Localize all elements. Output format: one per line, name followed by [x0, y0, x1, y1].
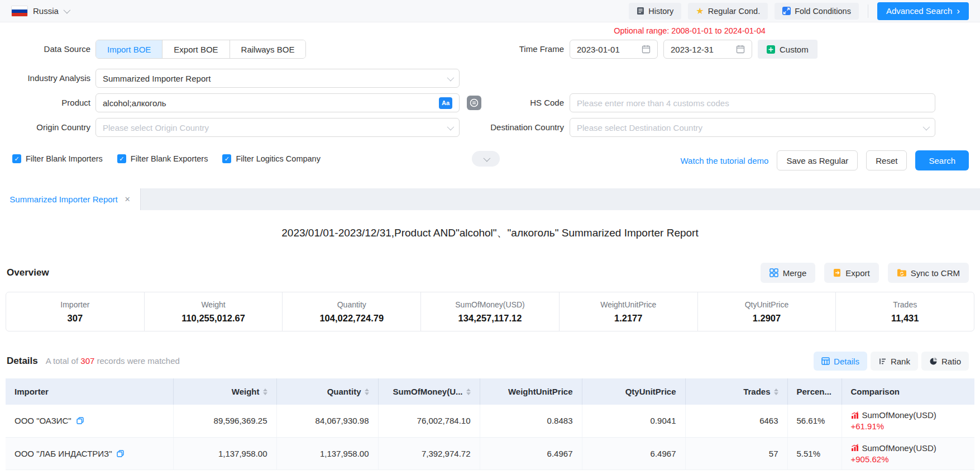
details-summary: Details A total of 307 records were matc… [7, 356, 180, 367]
industry-analysis-label: Industry Analysis [0, 69, 90, 88]
trend-chart-icon [851, 444, 859, 452]
col-comparison[interactable]: Comparison [842, 378, 974, 405]
product-label: Product [0, 93, 90, 112]
history-button[interactable]: History [629, 3, 681, 20]
tutorial-demo-link[interactable]: Watch the tutorial demo [681, 156, 769, 165]
data-source-label: Data Source [0, 40, 90, 59]
origin-country-label: Origin Country [0, 118, 90, 137]
calendar-icon [642, 45, 651, 54]
stat-quantity: Quantity 104,022,724.79 [283, 292, 421, 331]
chevron-right-icon: › [957, 6, 960, 16]
checkbox-checked-icon: ✓ [117, 154, 126, 163]
star-icon: ★ [696, 7, 704, 16]
col-quantity[interactable]: Quantity [276, 378, 378, 405]
filter-blank-importers-checkbox[interactable]: ✓ Filter Blank Importers [12, 154, 103, 163]
search-button[interactable]: Search [915, 150, 969, 170]
view-details-button[interactable]: Details [814, 352, 867, 371]
result-tabstrip: Summarized Importer Report ✕ [0, 188, 980, 210]
save-as-regular-button[interactable]: Save as Regular [777, 150, 858, 170]
col-qty-unit-price[interactable]: QtyUnitPrice [582, 378, 685, 405]
sort-icon[interactable] [466, 388, 471, 395]
industry-analysis-select[interactable]: Summarized Importer Report [95, 69, 460, 88]
trend-chart-icon [851, 411, 859, 419]
table-header-row: Importer Weight Quantity SumOfMoney(U...… [6, 378, 974, 405]
copy-icon[interactable] [77, 417, 84, 424]
tab-import-boe[interactable]: Import BOE [96, 40, 162, 58]
record-count: 307 [80, 356, 94, 366]
overview-header: Overview Merge Export Sync to CRM [0, 263, 980, 283]
rank-list-icon [878, 357, 887, 366]
regular-cond-button[interactable]: ★ Regular Cond. [688, 3, 768, 20]
origin-country-select[interactable]: Please select Origin Country [95, 118, 460, 137]
col-weight-unit-price[interactable]: WeightUnitPrice [480, 378, 582, 405]
fold-conditions-button[interactable]: Fold Conditions [775, 3, 859, 20]
view-rank-button[interactable]: Rank [871, 352, 918, 371]
view-ratio-button[interactable]: Ratio [921, 352, 969, 371]
search-form: Optional range: 2008-01-01 to 2024-01-04… [0, 22, 980, 188]
table-icon [821, 357, 830, 365]
export-icon [833, 268, 841, 277]
importer-name-link[interactable]: ООО "ЛАБ ИНДАСТРИЗ" [15, 449, 112, 458]
stat-weight: Weight 110,255,012.67 [145, 292, 283, 331]
sort-icon[interactable] [263, 388, 267, 395]
start-date-input[interactable]: 2023-01-01 [570, 40, 658, 59]
overview-actions: Merge Export Sync to CRM [761, 263, 969, 283]
country-name: Russia [33, 6, 59, 16]
export-button[interactable]: Export [824, 263, 878, 283]
close-icon[interactable]: ✕ [125, 195, 131, 203]
optional-range-hint: Optional range: 2008-01-01 to 2024-01-04 [570, 26, 810, 35]
chevron-down-icon [483, 154, 490, 162]
tab-summarized-importer-report[interactable]: Summarized Importer Report ✕ [0, 188, 141, 210]
comparison-cell: SumOfMoney(USD) +61.91% [851, 410, 966, 431]
col-percentage[interactable]: Percen... [787, 378, 842, 405]
hs-code-label: HS Code [441, 93, 564, 112]
table-row: ООО "ЛАБ ИНДАСТРИЗ" 1,137,958.00 1,137,9… [6, 437, 974, 470]
col-sum-of-money[interactable]: SumOfMoney(U... [378, 378, 480, 405]
overview-heading: Overview [7, 267, 49, 278]
hs-code-input[interactable]: Please enter more than 4 customs codes [570, 93, 935, 112]
chevron-down-icon [63, 7, 70, 14]
trade-data-app: Russia History ★ Regular Cond. Fold Cond… [0, 0, 980, 474]
copy-icon[interactable] [117, 450, 124, 457]
stat-trades: Trades 11,431 [836, 292, 974, 331]
details-table: Importer Weight Quantity SumOfMoney(U...… [6, 378, 974, 470]
col-importer[interactable]: Importer [6, 378, 173, 405]
tab-railways-boe[interactable]: Railways BOE [230, 40, 306, 58]
filter-logitics-company-checkbox[interactable]: ✓ Filter Logitics Company [222, 154, 321, 163]
sort-icon[interactable] [365, 388, 369, 395]
reset-button[interactable]: Reset [866, 150, 907, 170]
custom-range-button[interactable]: Custom [758, 40, 818, 59]
end-date-input[interactable]: 2023-12-31 [663, 40, 752, 59]
sync-to-crm-button[interactable]: Sync to CRM [888, 263, 969, 283]
stat-qty-unit-price: QtyUnitPrice 1.2907 [698, 292, 836, 331]
advanced-search-button[interactable]: Advanced Search › [877, 2, 969, 20]
filter-checkboxes: ✓ Filter Blank Importers ✓ Filter Blank … [12, 154, 321, 163]
table-row: ООО "ОАЗИС" 89,596,369.25 84,067,930.98 … [6, 405, 974, 437]
custom-icon [767, 45, 775, 54]
merge-button[interactable]: Merge [761, 263, 816, 283]
view-switcher: Details Rank Ratio [814, 352, 969, 371]
col-trades[interactable]: Trades [685, 378, 787, 405]
details-heading: Details [7, 356, 38, 367]
report-title: 2023/01/01-2023/12/31,Product AND"alcoho… [0, 226, 980, 240]
collapse-form-button[interactable] [472, 151, 500, 167]
comparison-percent: +905.62% [851, 454, 966, 464]
country-selector[interactable]: Russia [11, 6, 69, 17]
stat-weight-unit-price: WeightUnitPrice 1.2177 [560, 292, 698, 331]
col-weight[interactable]: Weight [173, 378, 276, 405]
topbar-actions: History ★ Regular Cond. Fold Conditions … [629, 2, 969, 20]
overview-stats: Importer 307 Weight 110,255,012.67 Quant… [6, 292, 974, 331]
sort-icon[interactable] [774, 388, 778, 395]
fold-icon [782, 7, 791, 15]
time-frame-label: Time Frame [441, 40, 564, 59]
stat-importer: Importer 307 [6, 292, 145, 331]
product-input[interactable]: alcohol;алкоголь Aа [95, 93, 460, 112]
destination-country-select[interactable]: Please select Destination Country [570, 118, 935, 137]
merge-icon [769, 268, 778, 277]
comparison-percent: +61.91% [851, 421, 966, 431]
stat-sum-of-money: SumOfMoney(USD) 134,257,117.12 [421, 292, 560, 331]
history-icon [637, 7, 644, 15]
tab-export-boe[interactable]: Export BOE [162, 40, 230, 58]
filter-blank-exporters-checkbox[interactable]: ✓ Filter Blank Exporters [117, 154, 208, 163]
importer-name-link[interactable]: ООО "ОАЗИС" [15, 416, 71, 425]
